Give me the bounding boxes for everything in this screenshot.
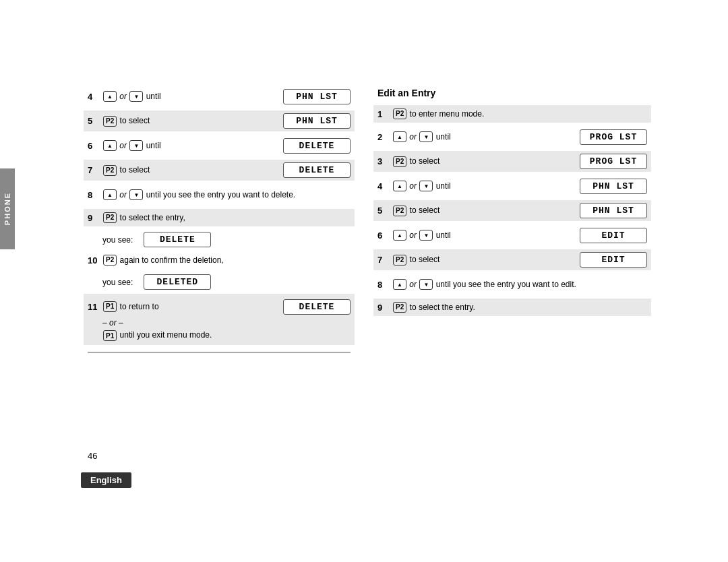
step-8-text: or until you see the entry you want to d… [102,189,351,201]
arrow-up-r4 [393,181,406,191]
step-8-row: 8 or until you see the entry you want to… [88,186,351,204]
p1-btn-or: P1 [103,330,117,341]
step-6-num: 6 [88,141,100,151]
right-step-9-row: 9 P2 to select the entry. [373,299,651,316]
step-9-display: DELETE [144,232,211,247]
p2-btn-5: P2 [103,116,117,127]
arrow-down-r8 [419,279,433,290]
step-11-display: DELETE [283,299,351,315]
right-step-7-text: P2 to select [392,254,574,266]
step-10-sub: you see: DELETED [102,274,351,290]
right-step-5-row: 5 P2 to select PHN LST [373,200,651,221]
right-step-8-num: 8 [377,280,390,290]
arrow-up-r6 [393,230,406,241]
right-step-9-text: P2 to select the entry. [392,302,647,313]
right-step-8-row: 8 or until you see the entry you want to… [377,276,647,293]
step-6-text: or until [102,140,278,152]
step-6-row: 6 or until DELETE [88,137,351,154]
arrow-down-icon [129,91,143,102]
step-4-num: 4 [88,92,100,102]
right-step-7-display: EDIT [580,252,647,268]
right-step-4-text: or until [392,181,574,192]
step-8-num: 8 [88,190,100,200]
right-step-4-num: 4 [377,181,390,191]
step-9-row: 9 P2 to select the entry, [84,209,355,226]
p2-btn-r1: P2 [393,108,406,119]
arrow-down-icon-6 [129,140,143,151]
p2-btn-r9: P2 [393,302,406,313]
arrow-up-icon [103,91,117,102]
p2-btn-7: P2 [103,165,117,176]
p2-btn-r3: P2 [393,156,406,167]
right-step-6-num: 6 [377,230,390,241]
english-badge: English [81,472,131,488]
page-container: PHONE 4 or until PHN LST 5 P2 to select [0,0,728,562]
step-11-row: 11 P1 to return to DELETE [88,298,351,315]
arrow-down-icon-8 [129,189,143,200]
right-step-6-text: or until [392,230,574,241]
step-7-text: P2 to select [102,164,278,176]
you-see-10-label: you see: [102,278,133,287]
right-step-5-num: 5 [377,206,390,216]
step-10-display: DELETED [144,274,211,290]
or-sub-row: P1 until you exit menu mode. [102,330,351,341]
step-10-num: 10 [88,255,100,266]
p2-btn-9: P2 [103,212,117,223]
step-11-text: P1 to return to [102,301,278,313]
step-9-sub: you see: DELETE [102,232,351,247]
step-4-text: or until [102,91,278,102]
arrow-up-icon-6 [103,140,117,151]
step-10-row: 10 P2 again to confirm the deletion, [88,251,351,269]
right-step-7-row: 7 P2 to select EDIT [373,249,651,270]
page-number: 46 [88,451,97,461]
right-step-6-row: 6 or until EDIT [377,226,647,244]
left-section: 4 or until PHN LST 5 P2 to select PHN LS… [88,88,351,353]
step-5-num: 5 [88,116,100,126]
p1-btn-11: P1 [103,301,117,312]
arrow-up-icon-8 [103,189,117,200]
side-tab: PHONE [0,168,15,249]
or-sub-text: until you exit menu mode. [120,330,212,340]
right-step-2-row: 2 or until PROG LST [377,128,647,146]
right-step-3-display: PROG LST [580,154,647,169]
step-7-display: DELETE [283,162,351,178]
p2-btn-r7: P2 [393,255,406,266]
right-step-1-num: 1 [377,109,390,119]
p2-btn-r5: P2 [393,206,406,216]
p2-btn-10: P2 [103,255,117,266]
step-5-display: PHN LST [283,113,351,129]
step-4-row: 4 or until PHN LST [88,88,351,105]
arrow-up-r8 [393,279,406,290]
step-5-row: 5 P2 to select PHN LST [84,111,355,131]
right-step-2-display: PROG LST [580,129,647,145]
right-step-4-row: 4 or until PHN LST [377,177,647,195]
or-line: – or – [102,318,351,327]
step-5-text: P2 to select [102,115,278,127]
right-step-2-num: 2 [377,132,390,142]
step-7-num: 7 [88,165,100,175]
step-9-text: P2 to select the entry, [102,212,351,224]
right-step-5-text: P2 to select [392,205,574,216]
step-7-row: 7 P2 to select DELETE [84,160,355,181]
you-see-9-label: you see: [102,235,133,245]
side-tab-label: PHONE [3,192,11,225]
step-4-display: PHN LST [283,89,351,104]
right-step-7-num: 7 [377,255,390,265]
step-10-text: P2 again to confirm the deletion, [102,255,351,266]
right-step-3-row: 3 P2 to select PROG LST [373,151,651,172]
arrow-down-r4 [419,181,433,191]
right-step-8-text: or until you see the entry you want to e… [392,279,647,290]
arrow-down-r2 [419,131,433,142]
section-divider [88,352,351,353]
step-6-display: DELETE [283,138,351,154]
step-11-num: 11 [88,302,100,312]
right-step-5-display: PHN LST [580,203,647,218]
right-step-2-text: or until [392,131,574,143]
arrow-down-r6 [419,230,433,241]
right-step-1-row: 1 P2 to enter menu mode. [373,105,651,123]
right-step-3-text: P2 to select [392,156,574,167]
right-step-4-display: PHN LST [580,179,647,194]
arrow-up-r2 [393,131,406,142]
right-step-3-num: 3 [377,156,390,166]
edit-entry-heading: Edit an Entry [377,88,647,98]
